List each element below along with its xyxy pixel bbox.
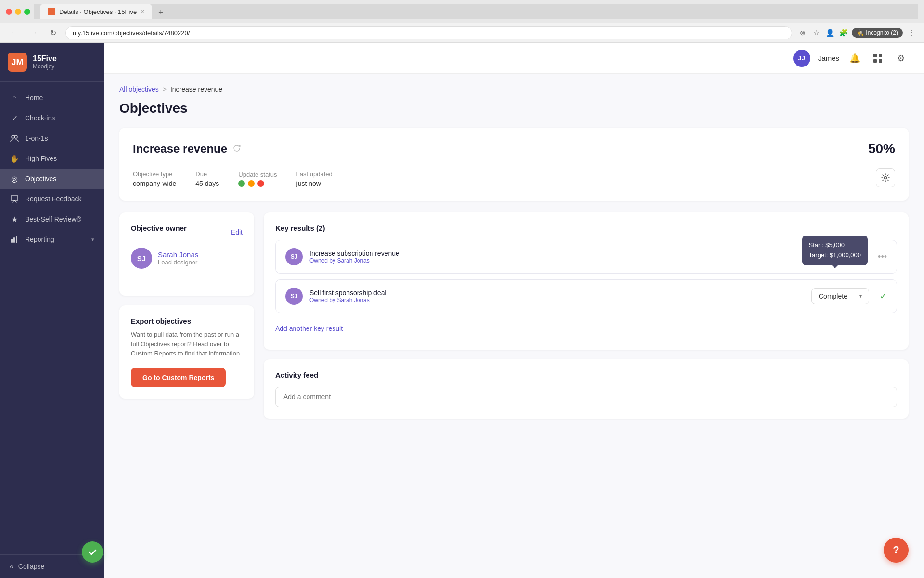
svg-rect-3 [13, 237, 15, 243]
sidebar-item-label: Best-Self Review® [25, 215, 81, 223]
sync-icon[interactable] [232, 144, 243, 154]
sidebar-item-reporting[interactable]: Reporting ▾ [0, 229, 104, 250]
sidebar-item-requestfeedback[interactable]: Request Feedback [0, 189, 104, 209]
owner-card-title: Objective owner [131, 224, 187, 232]
owner-avatar: SJ [131, 248, 152, 269]
kr2-status-dropdown[interactable]: Complete ▾ [811, 288, 869, 304]
comment-input[interactable] [275, 387, 897, 407]
sidebar-item-1on1s[interactable]: 1-on-1s [0, 128, 104, 148]
svg-rect-4 [16, 236, 17, 243]
maximize-traffic-light[interactable] [24, 9, 30, 15]
kr2-status-label: Complete [819, 292, 847, 300]
kr2-info: Sell first sponsorship deal Owned by Sar… [309, 289, 805, 303]
1on1s-icon [10, 133, 19, 143]
logo-icon: JM [8, 53, 27, 72]
owner-name[interactable]: Sarah Jonas [158, 250, 198, 259]
kr1-menu-button[interactable]: ••• [878, 252, 887, 262]
objective-meta: Objective type company-wide Due 45 days … [133, 171, 333, 187]
key-results-header: Key results (2) [275, 224, 897, 232]
kr2-check-icon: ✓ [880, 291, 887, 302]
owner-card: Objective owner Edit SJ Sarah Jonas Lead… [119, 212, 254, 296]
minimize-traffic-light[interactable] [15, 9, 21, 15]
objective-type-value: company-wide [133, 180, 176, 187]
sidebar-item-label: Home [25, 94, 43, 102]
reporting-arrow: ▾ [91, 236, 94, 243]
new-tab-button[interactable]: + [154, 6, 167, 19]
close-traffic-light[interactable] [6, 9, 12, 15]
browser-tab[interactable]: Details · Objectives · 15Five × [40, 4, 152, 19]
objective-status-label: Update status [238, 171, 277, 178]
kr2-owner-name[interactable]: Sarah Jonas [337, 297, 369, 303]
profile-icon[interactable]: 👤 [825, 28, 834, 38]
key-result-item-2: SJ Sell first sponsorship deal Owned by … [275, 279, 897, 313]
tab-favicon [48, 8, 55, 15]
breadcrumb-separator: > [163, 85, 167, 93]
tooltip-start: Start: $5,000 [809, 240, 861, 250]
custom-reports-button[interactable]: Go to Custom Reports [131, 368, 226, 387]
notifications-button[interactable]: 🔔 [847, 51, 862, 66]
tab-title: Details · Objectives · 15Five [59, 8, 137, 15]
settings-button[interactable]: ⚙ [893, 51, 909, 66]
export-card: Export objectives Want to pull data from… [119, 305, 254, 399]
logo-initials: JM [11, 57, 23, 67]
export-description: Want to pull data from the past or run a… [131, 330, 243, 358]
objective-card: Increase revenue 50% Objective type comp… [119, 128, 909, 201]
url-text: my.15five.com/objectives/details/7480220… [73, 29, 190, 37]
svg-rect-8 [879, 59, 882, 63]
sidebar-item-highfives[interactable]: ✋ High Fives [0, 148, 104, 169]
address-bar-input[interactable]: my.15five.com/objectives/details/7480220… [65, 26, 792, 39]
objective-percent: 50% [868, 141, 895, 157]
grid-menu-button[interactable] [870, 51, 886, 66]
sidebar-nav: ⌂ Home ✓ Check-ins 1-on-1s ✋ High Fives [0, 82, 104, 554]
objective-settings-button[interactable] [876, 168, 895, 187]
kr1-owner-label: Owned by [309, 257, 335, 264]
sidebar-item-label: High Fives [25, 155, 57, 162]
back-button[interactable]: ← [8, 26, 21, 39]
page-body: All objectives > Increase revenue Object… [104, 74, 924, 578]
incognito-badge: 🕵 Incognito (2) [852, 28, 903, 38]
kr2-avatar: SJ [285, 288, 303, 305]
header-username: James [818, 54, 839, 62]
help-fab[interactable]: ? [884, 538, 909, 563]
kr1-avatar: SJ [285, 248, 303, 265]
sidebar-item-checkins[interactable]: ✓ Check-ins [0, 108, 104, 128]
breadcrumb: All objectives > Increase revenue [119, 85, 909, 93]
kr2-owner-label: Owned by [309, 297, 335, 303]
export-title: Export objectives [131, 317, 243, 325]
collapse-button[interactable]: « Collapse [10, 563, 94, 570]
kr1-info: Increase subscription revenue Owned by S… [309, 250, 839, 264]
last-updated-value: just now [296, 180, 333, 187]
kr1-tooltip: Start: $5,000 Target: $1,000,000 [802, 236, 868, 265]
status-dot-orange [248, 180, 255, 187]
page-title: Objectives [119, 101, 909, 116]
objective-header: Increase revenue 50% [133, 141, 895, 157]
svg-point-1 [14, 135, 17, 138]
menu-icon[interactable]: ⋮ [907, 28, 916, 38]
sidebar-item-label: 1-on-1s [25, 134, 48, 142]
sidebar-item-bestself[interactable]: ★ Best-Self Review® [0, 209, 104, 229]
objective-title: Increase revenue [133, 142, 227, 156]
edit-owner-link[interactable]: Edit [231, 228, 243, 236]
sidebar-item-home[interactable]: ⌂ Home [0, 88, 104, 108]
checkin-fab[interactable] [82, 541, 103, 563]
breadcrumb-parent-link[interactable]: All objectives [119, 85, 159, 93]
kr1-owner-name[interactable]: Sarah Jonas [337, 257, 369, 264]
forward-button[interactable]: → [27, 26, 40, 39]
refresh-button[interactable]: ↻ [46, 26, 60, 39]
activity-title: Activity feed [275, 371, 897, 379]
key-result-item-1: SJ Increase subscription revenue Owned b… [275, 240, 897, 274]
status-dots [238, 180, 277, 187]
bookmark-icon[interactable]: ☆ [811, 28, 821, 38]
sidebar: JM 15Five Moodjoy ⌂ Home ✓ Check-ins [0, 43, 104, 578]
objective-due-label: Due [195, 171, 219, 178]
requestfeedback-icon [10, 194, 19, 204]
sidebar-item-objectives[interactable]: ◎ Objectives [0, 169, 104, 189]
main-content: JJ James 🔔 ⚙ All objectives > Increase r… [104, 43, 924, 578]
add-key-result-link[interactable]: Add another key result [275, 319, 897, 338]
dropdown-arrow-icon: ▾ [859, 293, 862, 300]
help-icon: ? [893, 544, 899, 556]
tab-close-button[interactable]: × [141, 8, 144, 15]
extension-icon[interactable]: 🧩 [838, 28, 848, 38]
home-icon: ⌂ [10, 93, 19, 103]
top-header: JJ James 🔔 ⚙ [104, 43, 924, 74]
